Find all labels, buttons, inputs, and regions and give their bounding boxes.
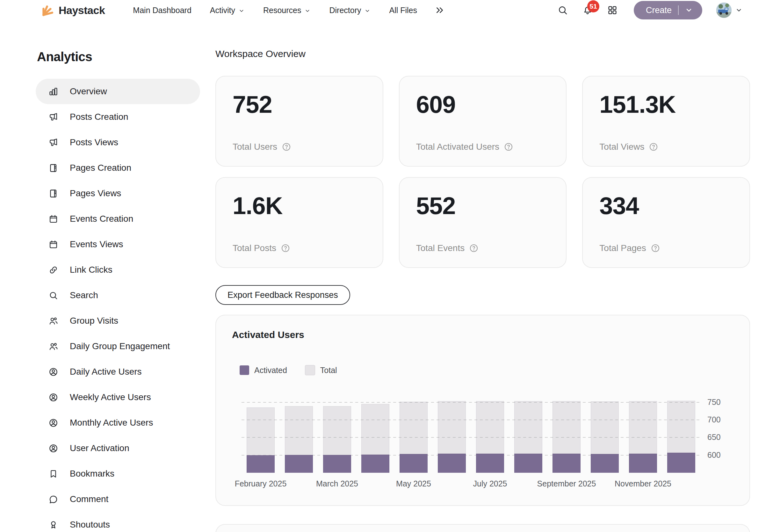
nav-item-main-dashboard[interactable]: Main Dashboard <box>133 6 191 15</box>
stat-label: Total Pages <box>599 243 646 253</box>
nav-item-label: Main Dashboard <box>133 6 191 15</box>
question-circle-icon[interactable] <box>649 142 658 152</box>
bar-slot <box>280 395 318 473</box>
sidebar-item-overview[interactable]: Overview <box>36 79 200 104</box>
bar-activated <box>323 455 351 473</box>
sidebar-item-comment[interactable]: Comment <box>36 486 200 512</box>
link-icon <box>48 265 58 275</box>
sidebar-item-daily-group-engagement[interactable]: Daily Group Engagement <box>36 334 200 359</box>
sidebar-item-label: Bookmarks <box>70 469 114 479</box>
sidebar-item-daily-active-users[interactable]: Daily Active Users <box>36 359 200 385</box>
y-axis-tick-label: 750 <box>708 397 721 407</box>
sidebar-item-events-creation[interactable]: Events Creation <box>36 206 200 232</box>
question-circle-icon[interactable] <box>282 142 291 152</box>
create-button-divider <box>678 5 679 15</box>
chart-legend: ActivatedTotal <box>240 365 337 375</box>
avatar[interactable] <box>716 3 732 18</box>
stat-value: 752 <box>233 92 366 116</box>
apps-grid-icon[interactable] <box>607 5 618 16</box>
legend-item-total[interactable]: Total <box>305 365 337 375</box>
nav-overflow-chevrons-right-icon[interactable] <box>435 5 444 15</box>
user-circle-icon <box>48 443 58 453</box>
chart-title: Activated Users <box>232 329 304 340</box>
stat-card-total-activated-users: 609Total Activated Users <box>399 76 567 166</box>
y-axis-tick-label: 650 <box>708 433 721 442</box>
stat-label: Total Posts <box>233 243 276 253</box>
stat-card-total-pages: 334Total Pages <box>582 177 750 268</box>
question-circle-icon[interactable] <box>504 142 513 152</box>
bar-slot <box>394 395 433 473</box>
sidebar-item-pages-creation[interactable]: Pages Creation <box>36 155 200 181</box>
sidebar-item-monthly-active-users[interactable]: Monthly Active Users <box>36 410 200 435</box>
bar-activated <box>285 455 313 473</box>
nav-item-activity[interactable]: Activity <box>210 6 245 15</box>
analytics-sidebar: Analytics OverviewPosts CreationPosts Vi… <box>0 20 215 532</box>
bar-slot <box>624 395 662 473</box>
legend-swatch <box>305 365 315 375</box>
haystack-logo[interactable]: Haystack <box>41 3 105 17</box>
user-menu[interactable] <box>716 3 742 18</box>
nav-item-directory[interactable]: Directory <box>329 6 371 15</box>
sidebar-item-posts-views[interactable]: Posts Views <box>36 130 200 155</box>
stat-label-row: Total Activated Users <box>416 142 550 152</box>
notification-count-badge: 51 <box>587 0 599 12</box>
stat-label-row: Total Users <box>233 142 366 152</box>
sidebar-item-group-visits[interactable]: Group Visits <box>36 308 200 334</box>
stat-card-total-views: 151.3KTotal Views <box>582 76 750 166</box>
stat-value: 552 <box>416 194 550 218</box>
bar-slot <box>433 395 471 473</box>
sidebar-item-user-activation[interactable]: User Activation <box>36 435 200 461</box>
bar-slot <box>586 395 624 473</box>
bar-chart-icon <box>48 87 58 97</box>
users-icon <box>48 341 58 351</box>
brand-name: Haystack <box>59 4 105 16</box>
sidebar-item-events-views[interactable]: Events Views <box>36 232 200 257</box>
nav-item-label: All Files <box>389 6 417 15</box>
question-circle-icon[interactable] <box>469 243 479 253</box>
question-circle-icon[interactable] <box>281 243 290 253</box>
legend-label: Total <box>320 366 337 375</box>
nav-item-all-files[interactable]: All Files <box>389 6 417 15</box>
header-actions: 51 Create <box>557 1 742 19</box>
sidebar-item-label: Posts Creation <box>70 112 129 122</box>
sidebar-item-shoutouts[interactable]: Shoutouts <box>36 512 200 532</box>
sidebar-item-posts-creation[interactable]: Posts Creation <box>36 104 200 130</box>
nav-item-label: Resources <box>263 6 301 15</box>
create-chevron-down-icon[interactable] <box>685 6 693 14</box>
nav-item-resources[interactable]: Resources <box>263 6 311 15</box>
nav-item-label: Activity <box>210 6 235 15</box>
user-menu-chevron-down-icon[interactable] <box>735 7 742 14</box>
question-circle-icon[interactable] <box>651 243 660 253</box>
chevron-down-icon <box>364 8 371 14</box>
sidebar-item-label: Pages Views <box>70 188 121 198</box>
main-nav: Main DashboardActivityResourcesDirectory… <box>133 6 417 15</box>
calendar-icon <box>48 214 58 224</box>
bar-activated <box>399 454 428 473</box>
sidebar-item-weekly-active-users[interactable]: Weekly Active Users <box>36 385 200 410</box>
stat-label: Total Users <box>233 142 277 152</box>
bar-activated <box>667 453 695 473</box>
y-axis-tick-label: 700 <box>708 415 721 424</box>
legend-item-activated[interactable]: Activated <box>240 366 287 375</box>
stat-label-row: Total Posts <box>233 243 366 253</box>
stat-value: 1.6K <box>233 194 366 218</box>
notifications-bell-icon[interactable]: 51 <box>582 5 593 16</box>
sidebar-item-bookmarks[interactable]: Bookmarks <box>36 461 200 486</box>
user-circle-icon <box>48 392 58 402</box>
y-axis-tick-label: 600 <box>708 450 721 460</box>
export-feedback-button[interactable]: Export Feedback Responses <box>215 285 350 305</box>
sidebar-item-label: Weekly Active Users <box>70 392 151 402</box>
activated-users-chart-card: Activated Users ActivatedTotal 600650700… <box>215 315 750 506</box>
sidebar-item-label: Link Clicks <box>70 265 112 275</box>
stat-card-total-users: 752Total Users <box>215 76 383 166</box>
sidebar-item-search[interactable]: Search <box>36 283 200 308</box>
page-title: Workspace Overview <box>215 48 750 59</box>
x-axis-tick-label: May 2025 <box>396 479 431 488</box>
sidebar-item-link-clicks[interactable]: Link Clicks <box>36 257 200 283</box>
sidebar-item-pages-views[interactable]: Pages Views <box>36 181 200 206</box>
create-button[interactable]: Create <box>634 1 702 19</box>
bar-activated <box>591 454 619 473</box>
stat-value: 609 <box>416 92 550 116</box>
search-icon[interactable] <box>557 5 568 16</box>
stat-label: Total Activated Users <box>416 142 499 152</box>
